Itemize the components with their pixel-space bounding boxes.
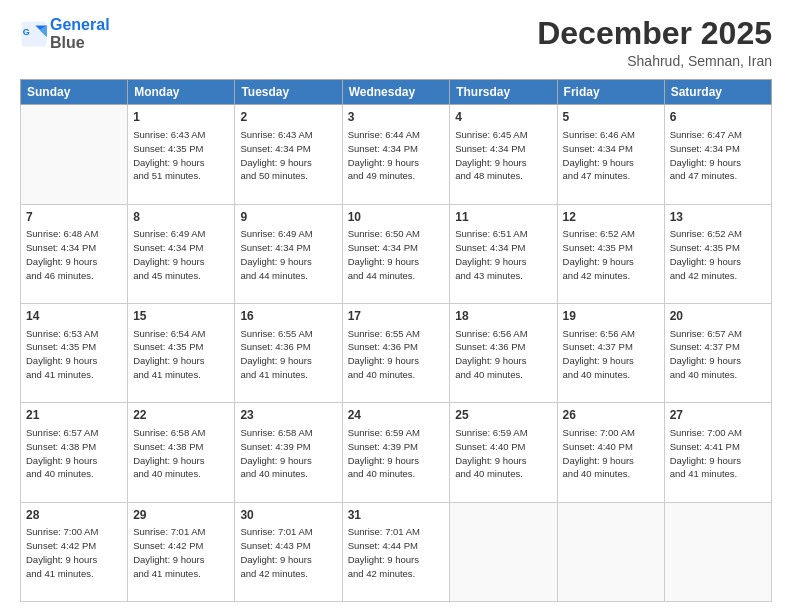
calendar-cell: 29Sunrise: 7:01 AM Sunset: 4:42 PM Dayli… (128, 502, 235, 601)
calendar-cell: 22Sunrise: 6:58 AM Sunset: 4:38 PM Dayli… (128, 403, 235, 502)
svg-text:G: G (23, 27, 30, 37)
day-number: 20 (670, 308, 766, 325)
day-header-sunday: Sunday (21, 80, 128, 105)
calendar-cell: 24Sunrise: 6:59 AM Sunset: 4:39 PM Dayli… (342, 403, 450, 502)
title-block: December 2025 Shahrud, Semnan, Iran (537, 16, 772, 69)
calendar-cell: 13Sunrise: 6:52 AM Sunset: 4:35 PM Dayli… (664, 204, 771, 303)
calendar-cell: 19Sunrise: 6:56 AM Sunset: 4:37 PM Dayli… (557, 303, 664, 402)
calendar-cell: 15Sunrise: 6:54 AM Sunset: 4:35 PM Dayli… (128, 303, 235, 402)
week-row-2: 7Sunrise: 6:48 AM Sunset: 4:34 PM Daylig… (21, 204, 772, 303)
day-number: 29 (133, 507, 229, 524)
day-info: Sunrise: 6:44 AM Sunset: 4:34 PM Dayligh… (348, 128, 445, 183)
day-number: 15 (133, 308, 229, 325)
day-info: Sunrise: 6:45 AM Sunset: 4:34 PM Dayligh… (455, 128, 551, 183)
day-number: 13 (670, 209, 766, 226)
calendar-cell: 18Sunrise: 6:56 AM Sunset: 4:36 PM Dayli… (450, 303, 557, 402)
day-info: Sunrise: 6:50 AM Sunset: 4:34 PM Dayligh… (348, 227, 445, 282)
calendar-cell: 20Sunrise: 6:57 AM Sunset: 4:37 PM Dayli… (664, 303, 771, 402)
calendar-cell (450, 502, 557, 601)
calendar-cell (557, 502, 664, 601)
header: G General Blue December 2025 Shahrud, Se… (20, 16, 772, 69)
calendar-cell: 17Sunrise: 6:55 AM Sunset: 4:36 PM Dayli… (342, 303, 450, 402)
calendar-table: SundayMondayTuesdayWednesdayThursdayFrid… (20, 79, 772, 602)
day-info: Sunrise: 6:43 AM Sunset: 4:34 PM Dayligh… (240, 128, 336, 183)
day-info: Sunrise: 6:48 AM Sunset: 4:34 PM Dayligh… (26, 227, 122, 282)
day-number: 5 (563, 109, 659, 126)
day-number: 23 (240, 407, 336, 424)
day-number: 16 (240, 308, 336, 325)
calendar-cell: 4Sunrise: 6:45 AM Sunset: 4:34 PM Daylig… (450, 105, 557, 204)
calendar-cell (664, 502, 771, 601)
day-number: 19 (563, 308, 659, 325)
calendar-cell: 9Sunrise: 6:49 AM Sunset: 4:34 PM Daylig… (235, 204, 342, 303)
calendar-title: December 2025 (537, 16, 772, 51)
day-number: 27 (670, 407, 766, 424)
day-info: Sunrise: 6:58 AM Sunset: 4:39 PM Dayligh… (240, 426, 336, 481)
day-info: Sunrise: 6:54 AM Sunset: 4:35 PM Dayligh… (133, 327, 229, 382)
week-row-5: 28Sunrise: 7:00 AM Sunset: 4:42 PM Dayli… (21, 502, 772, 601)
calendar-cell: 14Sunrise: 6:53 AM Sunset: 4:35 PM Dayli… (21, 303, 128, 402)
day-number: 7 (26, 209, 122, 226)
calendar-subtitle: Shahrud, Semnan, Iran (537, 53, 772, 69)
day-number: 18 (455, 308, 551, 325)
calendar-cell: 5Sunrise: 6:46 AM Sunset: 4:34 PM Daylig… (557, 105, 664, 204)
day-number: 9 (240, 209, 336, 226)
week-row-1: 1Sunrise: 6:43 AM Sunset: 4:35 PM Daylig… (21, 105, 772, 204)
day-info: Sunrise: 6:49 AM Sunset: 4:34 PM Dayligh… (240, 227, 336, 282)
day-info: Sunrise: 6:49 AM Sunset: 4:34 PM Dayligh… (133, 227, 229, 282)
day-info: Sunrise: 6:57 AM Sunset: 4:38 PM Dayligh… (26, 426, 122, 481)
day-info: Sunrise: 6:58 AM Sunset: 4:38 PM Dayligh… (133, 426, 229, 481)
calendar-cell: 26Sunrise: 7:00 AM Sunset: 4:40 PM Dayli… (557, 403, 664, 502)
day-info: Sunrise: 6:46 AM Sunset: 4:34 PM Dayligh… (563, 128, 659, 183)
logo-text: General Blue (50, 16, 110, 52)
day-info: Sunrise: 6:55 AM Sunset: 4:36 PM Dayligh… (240, 327, 336, 382)
day-header-thursday: Thursday (450, 80, 557, 105)
calendar-cell: 1Sunrise: 6:43 AM Sunset: 4:35 PM Daylig… (128, 105, 235, 204)
day-info: Sunrise: 6:51 AM Sunset: 4:34 PM Dayligh… (455, 227, 551, 282)
day-info: Sunrise: 6:52 AM Sunset: 4:35 PM Dayligh… (563, 227, 659, 282)
day-info: Sunrise: 6:43 AM Sunset: 4:35 PM Dayligh… (133, 128, 229, 183)
calendar-cell: 6Sunrise: 6:47 AM Sunset: 4:34 PM Daylig… (664, 105, 771, 204)
day-info: Sunrise: 7:01 AM Sunset: 4:43 PM Dayligh… (240, 525, 336, 580)
calendar-cell: 16Sunrise: 6:55 AM Sunset: 4:36 PM Dayli… (235, 303, 342, 402)
calendar-cell: 3Sunrise: 6:44 AM Sunset: 4:34 PM Daylig… (342, 105, 450, 204)
calendar-cell: 30Sunrise: 7:01 AM Sunset: 4:43 PM Dayli… (235, 502, 342, 601)
day-number: 1 (133, 109, 229, 126)
day-info: Sunrise: 7:00 AM Sunset: 4:41 PM Dayligh… (670, 426, 766, 481)
logo: G General Blue (20, 16, 110, 52)
calendar-cell: 10Sunrise: 6:50 AM Sunset: 4:34 PM Dayli… (342, 204, 450, 303)
week-row-4: 21Sunrise: 6:57 AM Sunset: 4:38 PM Dayli… (21, 403, 772, 502)
day-number: 17 (348, 308, 445, 325)
week-row-3: 14Sunrise: 6:53 AM Sunset: 4:35 PM Dayli… (21, 303, 772, 402)
day-info: Sunrise: 6:59 AM Sunset: 4:39 PM Dayligh… (348, 426, 445, 481)
day-info: Sunrise: 6:57 AM Sunset: 4:37 PM Dayligh… (670, 327, 766, 382)
day-number: 3 (348, 109, 445, 126)
calendar-cell: 21Sunrise: 6:57 AM Sunset: 4:38 PM Dayli… (21, 403, 128, 502)
day-header-tuesday: Tuesday (235, 80, 342, 105)
calendar-cell: 2Sunrise: 6:43 AM Sunset: 4:34 PM Daylig… (235, 105, 342, 204)
calendar-cell: 28Sunrise: 7:00 AM Sunset: 4:42 PM Dayli… (21, 502, 128, 601)
day-header-wednesday: Wednesday (342, 80, 450, 105)
calendar-cell: 11Sunrise: 6:51 AM Sunset: 4:34 PM Dayli… (450, 204, 557, 303)
calendar-cell: 23Sunrise: 6:58 AM Sunset: 4:39 PM Dayli… (235, 403, 342, 502)
day-number: 14 (26, 308, 122, 325)
day-number: 4 (455, 109, 551, 126)
day-header-saturday: Saturday (664, 80, 771, 105)
day-info: Sunrise: 7:01 AM Sunset: 4:44 PM Dayligh… (348, 525, 445, 580)
day-info: Sunrise: 6:56 AM Sunset: 4:37 PM Dayligh… (563, 327, 659, 382)
calendar-cell: 25Sunrise: 6:59 AM Sunset: 4:40 PM Dayli… (450, 403, 557, 502)
calendar-cell: 8Sunrise: 6:49 AM Sunset: 4:34 PM Daylig… (128, 204, 235, 303)
day-number: 30 (240, 507, 336, 524)
day-number: 22 (133, 407, 229, 424)
days-header-row: SundayMondayTuesdayWednesdayThursdayFrid… (21, 80, 772, 105)
day-info: Sunrise: 6:56 AM Sunset: 4:36 PM Dayligh… (455, 327, 551, 382)
calendar-cell: 27Sunrise: 7:00 AM Sunset: 4:41 PM Dayli… (664, 403, 771, 502)
calendar-cell: 31Sunrise: 7:01 AM Sunset: 4:44 PM Dayli… (342, 502, 450, 601)
day-info: Sunrise: 7:00 AM Sunset: 4:42 PM Dayligh… (26, 525, 122, 580)
day-number: 25 (455, 407, 551, 424)
calendar-cell: 12Sunrise: 6:52 AM Sunset: 4:35 PM Dayli… (557, 204, 664, 303)
day-number: 31 (348, 507, 445, 524)
day-header-monday: Monday (128, 80, 235, 105)
day-info: Sunrise: 6:52 AM Sunset: 4:35 PM Dayligh… (670, 227, 766, 282)
logo-icon: G (20, 20, 48, 48)
